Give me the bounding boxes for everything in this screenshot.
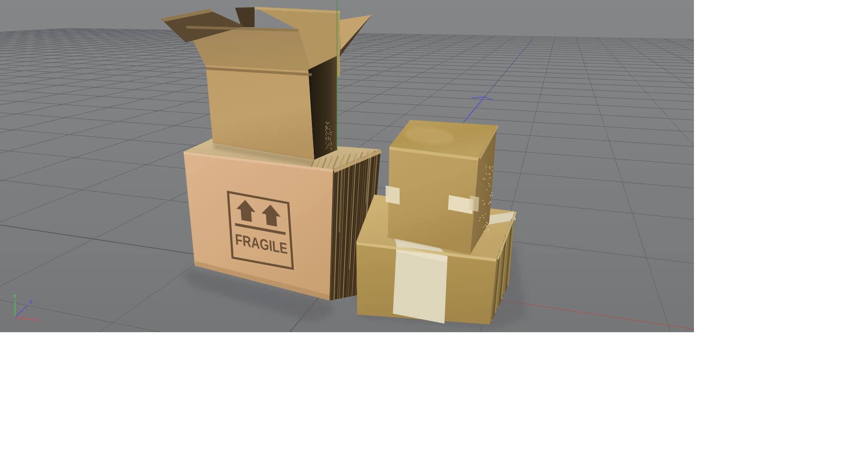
svg-text:X: X	[33, 317, 38, 323]
viewport-3d-scene: FRAGILE Y X Z	[0, 0, 694, 332]
svg-text:Z: Z	[29, 299, 33, 305]
svg-text:Y: Y	[13, 294, 17, 300]
